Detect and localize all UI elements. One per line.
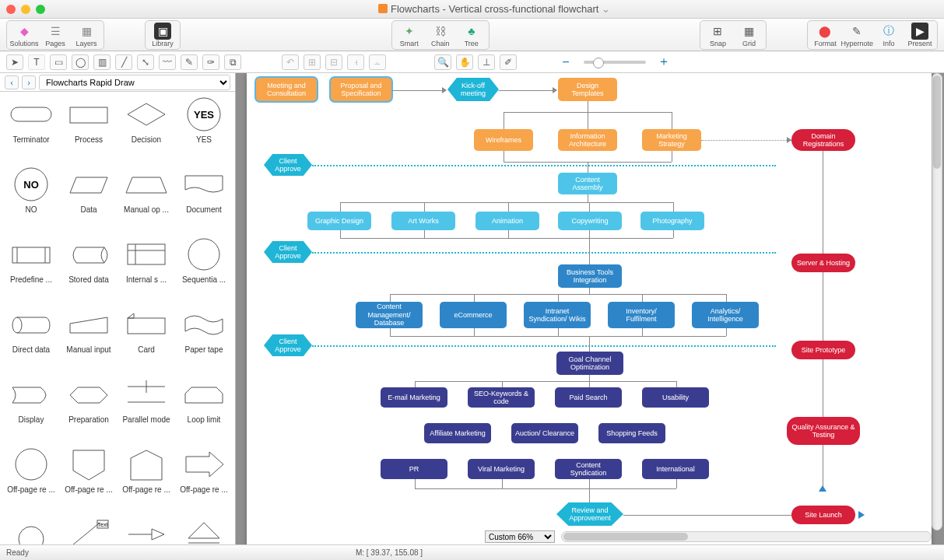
undo-button[interactable]: ↶ [282,54,299,70]
shape-loop-limit[interactable]: Loop limit [176,375,232,443]
hypernote-button[interactable]: ✎Hypernote [840,23,873,47]
shape-card[interactable]: Card [118,305,174,373]
shape-process[interactable]: Process [61,95,117,163]
node-client-approve-3[interactable]: Client Approve [264,334,312,356]
info-button[interactable]: ⓘInfo [873,23,904,47]
node-artworks[interactable]: Art Works [391,212,455,230]
pointer-tool[interactable]: ➤ [6,54,23,70]
library-next-button[interactable]: › [22,75,36,89]
shape-data[interactable]: Data [61,165,117,233]
zoom-out-button[interactable]: − [557,54,574,70]
chain-button[interactable]: ⛓Chain [425,23,456,47]
node-auction[interactable]: Auction/ Clearance [511,423,578,443]
node-domain[interactable]: Domain Registrations [791,129,855,151]
present-button[interactable]: ▶Present [904,23,935,47]
shape-off-page-re-[interactable]: Off-page re ... [61,445,117,513]
node-site-launch[interactable]: Site Launch [791,506,855,524]
pan-tool[interactable]: ✋ [456,54,473,70]
format-button[interactable]: ⬤Format [809,23,840,47]
shape-yes[interactable]: YESYES [176,95,232,163]
shape-decision[interactable]: Decision [118,95,174,163]
node-info-arch[interactable]: Information Architecture [558,129,617,151]
node-graphic[interactable]: Graphic Design [307,212,371,230]
node-email-marketing[interactable]: E-mail Marketing [381,387,447,408]
text-tool[interactable]: T [28,54,45,70]
eyedropper-tool[interactable]: ✐ [500,54,517,70]
shape-manual-input[interactable]: Manual input [61,305,117,373]
library-prev-button[interactable]: ‹ [5,75,19,89]
node-client-approve-1[interactable]: Client Approve [264,154,312,176]
zoom-combo[interactable]: Custom 66% [485,530,555,543]
pages-button[interactable]: ☰Pages [40,23,71,47]
distribute-button[interactable]: ⫠ [369,54,386,70]
shape-off-page-re-[interactable]: Off-page re ... [176,445,232,513]
pen-tool[interactable]: ✑ [202,54,219,70]
shape-parallel-mode[interactable]: Parallel mode [118,375,174,443]
ellipse-tool[interactable]: ◯ [72,54,89,70]
rect-tool[interactable]: ▭ [50,54,67,70]
node-wireframes[interactable]: Wireframes [474,129,533,151]
node-inventory[interactable]: Inventory/ Fulfilment [608,302,675,328]
shape-manual-op-[interactable]: Manual op ... [118,165,174,233]
curve-tool[interactable]: 〰 [159,54,176,70]
shape-shape[interactable] [118,515,174,544]
node-international[interactable]: International [642,459,709,479]
node-shopping[interactable]: Shopping Feeds [598,423,665,443]
shape-shape[interactable] [176,515,232,544]
node-marketing[interactable]: Marketing Strategy [642,129,701,151]
stamp-tool[interactable]: ⊥ [478,54,495,70]
shape-paper-tape[interactable]: Paper tape [176,305,232,373]
shape-shape[interactable]: Text [61,515,117,544]
zoom-in-button[interactable]: ＋ [655,54,672,70]
canvas[interactable]: Meeting and Consultation Proposal and Sp… [247,73,932,544]
node-meeting[interactable]: Meeting and Consultation [256,78,317,101]
node-paid[interactable]: Paid Search [555,387,622,408]
layers-button[interactable]: ▦Layers [71,23,102,47]
node-kickoff[interactable]: Kick-off meeting [447,78,499,101]
shape-shape[interactable] [3,515,59,544]
align-button[interactable]: ⫞ [347,54,364,70]
tree-button[interactable]: ♣Tree [456,23,487,47]
canvas-area[interactable]: Meeting and Consultation Proposal and Sp… [236,73,944,544]
ungroup-button[interactable]: ⊟ [325,54,342,70]
node-photography[interactable]: Photography [640,212,704,230]
node-gco[interactable]: Goal Channel Optimization [556,352,623,375]
node-client-approve-2[interactable]: Client Approve [264,241,312,263]
window-maximize-button[interactable] [36,5,45,14]
solutions-button[interactable]: ◆Solutions [9,23,40,47]
node-intranet[interactable]: Intranet Syndication/ Wikis [524,302,591,328]
shape-no[interactable]: NONO [3,165,59,233]
shape-terminator[interactable]: Terminator [3,95,59,163]
node-proposal[interactable]: Proposal and Specification [331,78,391,101]
smart-button[interactable]: ✦Smart [394,23,425,47]
shape-internal-s-[interactable]: Internal s ... [118,235,174,303]
node-viral[interactable]: Viral Marketing [468,459,535,479]
window-minimize-button[interactable] [21,5,30,14]
vertical-scrollbar[interactable] [932,73,942,530]
library-select[interactable]: Flowcharts Rapid Draw [39,75,230,90]
shape-off-page-re-[interactable]: Off-page re ... [3,445,59,513]
node-cms[interactable]: Content Management/ Database [356,302,423,328]
node-ecommerce[interactable]: eCommerce [440,302,507,328]
shape-document[interactable]: Document [176,165,232,233]
zoom-slider[interactable] [584,61,646,64]
group-button[interactable]: ⊞ [304,54,321,70]
shape-sequentia-[interactable]: Sequentia ... [176,235,232,303]
shape-preparation[interactable]: Preparation [61,375,117,443]
node-site-prototype[interactable]: Site Prototype [791,341,855,359]
table-tool[interactable]: ▥ [93,54,111,70]
node-content-assembly[interactable]: Content Assembly [558,173,617,194]
node-usability[interactable]: Usability [642,387,709,408]
node-copywriting[interactable]: Copywriting [558,212,622,230]
node-seo[interactable]: SEO-Keywords & code [468,387,535,408]
line-tool[interactable]: ╱ [115,54,132,70]
shape-stored-data[interactable]: Stored data [61,235,117,303]
crop-tool[interactable]: ⧉ [224,54,241,70]
shape-predefine-[interactable]: Predefine ... [3,235,59,303]
connector-tool[interactable]: ⤡ [137,54,154,70]
node-content-syndication[interactable]: Content Syndication [555,459,622,479]
shape-direct-data[interactable]: Direct data [3,305,59,373]
node-design-templates[interactable]: Design Templates [558,78,617,101]
node-review[interactable]: Review and Approvement [556,502,623,526]
grid-button[interactable]: ▦Grid [733,23,764,47]
